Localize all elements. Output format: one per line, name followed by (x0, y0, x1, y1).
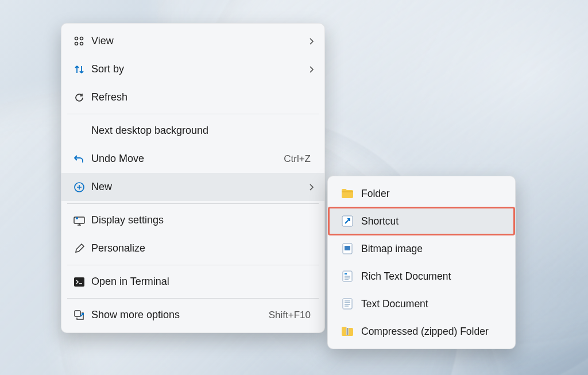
grid-icon (69, 36, 89, 47)
svg-point-6 (76, 217, 78, 219)
menu-item-label: Display settings (89, 214, 314, 226)
menu-item-sort[interactable]: Sort by (61, 55, 324, 83)
svg-point-0 (75, 37, 78, 40)
menu-item-label: Compressed (zipped) Folder (359, 326, 505, 338)
svg-point-1 (80, 37, 83, 40)
sort-icon (69, 64, 89, 75)
menu-separator (67, 265, 319, 265)
submenu-item-bitmap[interactable]: Bitmap image (328, 235, 515, 262)
menu-item-label: Bitmap image (359, 243, 505, 255)
menu-item-label: Next desktop background (89, 125, 314, 137)
svg-rect-7 (74, 277, 84, 287)
menu-item-label: Open in Terminal (89, 276, 314, 288)
menu-item-undo[interactable]: Undo Move Ctrl+Z (61, 145, 324, 173)
rtf-icon (336, 270, 359, 282)
display-settings-icon (69, 215, 89, 226)
svg-rect-14 (343, 299, 352, 309)
menu-item-personalize[interactable]: Personalize (61, 234, 324, 262)
refresh-icon (69, 92, 89, 103)
menu-item-label: Rich Text Document (359, 270, 505, 283)
svg-rect-13 (345, 273, 347, 275)
chevron-right-icon (308, 183, 314, 192)
submenu-item-shortcut[interactable]: Shortcut (328, 207, 515, 235)
menu-item-label: New (89, 181, 308, 193)
text-document-icon (336, 298, 359, 310)
submenu-item-folder[interactable]: Folder (328, 180, 515, 207)
menu-item-refresh[interactable]: Refresh (61, 83, 324, 111)
menu-item-label: Personalize (89, 242, 314, 254)
menu-item-label: Folder (359, 188, 505, 200)
submenu-item-txt[interactable]: Text Document (328, 290, 515, 318)
menu-item-more-options[interactable]: Show more options Shift+F10 (61, 301, 324, 329)
svg-rect-5 (74, 217, 84, 223)
undo-icon (69, 153, 89, 165)
new-submenu: Folder Shortcut Bitmap image Ric (327, 176, 516, 349)
svg-rect-11 (345, 246, 350, 250)
more-options-icon (69, 310, 89, 321)
menu-item-view[interactable]: View (61, 27, 324, 55)
plus-circle-icon (69, 181, 89, 193)
menu-item-next-background[interactable]: Next desktop background (61, 117, 324, 145)
chevron-right-icon (308, 65, 314, 74)
terminal-icon (69, 277, 89, 287)
menu-separator (67, 298, 319, 299)
menu-item-accelerator: Shift+F10 (269, 310, 314, 321)
svg-rect-8 (75, 311, 80, 316)
folder-icon (336, 188, 359, 199)
menu-item-label: Show more options (89, 309, 269, 321)
menu-separator (67, 203, 319, 204)
menu-item-display-settings[interactable]: Display settings (61, 206, 324, 234)
desktop-context-menu: View Sort by Refresh Next desktop backgr… (61, 23, 325, 333)
shortcut-icon (336, 215, 359, 227)
bitmap-icon (336, 243, 359, 254)
menu-item-label: Sort by (89, 63, 308, 75)
menu-item-new[interactable]: New (61, 173, 324, 201)
menu-separator (67, 114, 319, 114)
chevron-right-icon (308, 37, 314, 46)
menu-item-accelerator: Ctrl+Z (284, 153, 314, 165)
menu-item-label: Undo Move (89, 153, 284, 165)
menu-item-label: Shortcut (359, 215, 505, 227)
menu-item-label: Refresh (89, 91, 314, 103)
brush-icon (69, 243, 89, 254)
svg-point-2 (75, 42, 78, 45)
svg-point-3 (80, 42, 83, 45)
menu-item-label: View (89, 35, 308, 47)
menu-item-open-terminal[interactable]: Open in Terminal (61, 268, 324, 296)
menu-item-label: Text Document (359, 298, 505, 310)
submenu-item-rtf[interactable]: Rich Text Document (328, 262, 515, 290)
zip-folder-icon (336, 326, 359, 337)
submenu-item-zip[interactable]: Compressed (zipped) Folder (328, 318, 515, 345)
